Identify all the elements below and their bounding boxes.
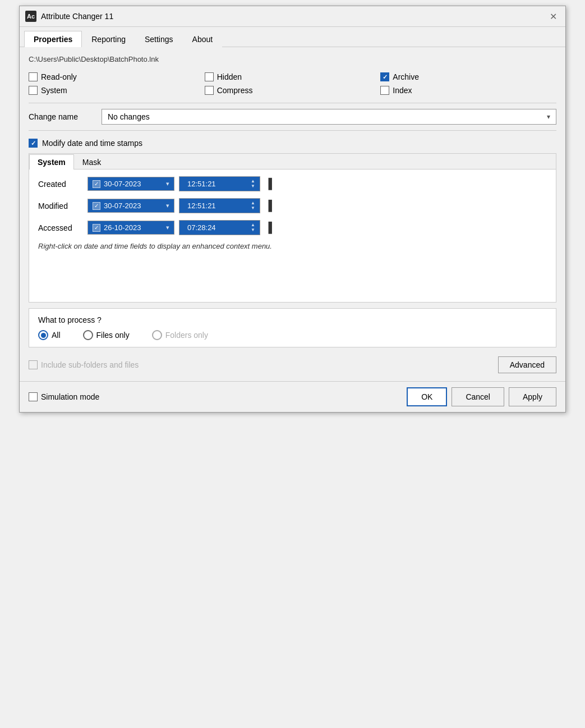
modify-date-label: Modify date and time stamps [42, 139, 142, 148]
radio-all[interactable]: All [38, 330, 61, 340]
checkbox-index[interactable] [380, 86, 389, 95]
created-date-picker[interactable]: 30-07-2023 ▾ [87, 177, 174, 191]
modify-date-row[interactable]: Modify date and time stamps [29, 139, 556, 148]
attr-hidden[interactable]: Hidden [205, 72, 381, 81]
spin-up-icon[interactable]: ▲ [251, 201, 255, 205]
accessed-date-picker[interactable]: 26-10-2023 ▾ [87, 221, 174, 235]
attr-readonly[interactable]: Read-only [29, 72, 205, 81]
radio-circle-folders[interactable] [152, 330, 162, 340]
attr-hidden-label: Hidden [217, 72, 242, 81]
checkbox-modified-date[interactable] [93, 202, 100, 210]
accessed-date-chevron-icon[interactable]: ▾ [166, 224, 169, 231]
checkbox-simulation[interactable] [29, 392, 38, 401]
divider-2 [29, 130, 556, 131]
attr-system-label: System [41, 86, 67, 95]
hint-text: Right-click on date and time fields to d… [38, 242, 547, 250]
modified-time-spinner[interactable]: ▲ ▼ [251, 201, 255, 210]
created-date-value: 30-07-2023 [104, 180, 163, 188]
chevron-down-icon: ▾ [547, 113, 550, 121]
radio-files-only[interactable]: Files only [83, 330, 130, 340]
datetime-modified-row: Modified 30-07-2023 ▾ 12:51:21 ▲ ▼ [38, 198, 547, 213]
attr-archive[interactable]: Archive [380, 72, 556, 81]
created-date-chevron-icon[interactable]: ▾ [166, 180, 169, 187]
accessed-marker-icon[interactable]: ▐ [265, 222, 272, 233]
simulation-mode-row: Simulation mode [29, 392, 99, 401]
radio-circle-files[interactable] [83, 330, 93, 340]
apply-button[interactable]: Apply [509, 387, 556, 406]
footer-buttons: OK Cancel Apply [407, 387, 556, 406]
file-path: C:\Users\Public\Desktop\BatchPhoto.lnk [29, 54, 556, 65]
tab-bar: Properties Reporting Settings About [20, 27, 565, 47]
sub-folders-label: Include sub-folders and files [41, 360, 139, 369]
accessed-time-value: 07:28:24 [187, 223, 247, 232]
tab-properties[interactable]: Properties [24, 31, 82, 47]
datetime-accessed-row: Accessed 26-10-2023 ▾ 07:28:24 ▲ ▼ [38, 220, 547, 235]
inner-tab-mask[interactable]: Mask [74, 154, 109, 170]
change-name-dropdown[interactable]: No changes ▾ [102, 109, 556, 125]
created-time-spinner[interactable]: ▲ ▼ [251, 179, 255, 189]
radio-files-label: Files only [96, 331, 130, 340]
radio-circle-all[interactable] [38, 330, 48, 340]
radio-all-label: All [52, 331, 61, 340]
modified-date-picker[interactable]: 30-07-2023 ▾ [87, 199, 174, 213]
attr-index[interactable]: Index [380, 86, 556, 95]
spin-down-icon[interactable]: ▼ [251, 206, 255, 210]
tab-about[interactable]: About [183, 31, 223, 47]
app-icon: Ac [25, 11, 36, 22]
spin-down-icon[interactable]: ▼ [251, 184, 255, 189]
inner-tab-system[interactable]: System [29, 154, 74, 170]
process-title: What to process ? [38, 315, 547, 324]
checkbox-readonly[interactable] [29, 72, 38, 81]
checkbox-accessed-date[interactable] [93, 224, 100, 232]
modified-date-value: 30-07-2023 [104, 202, 163, 210]
attributes-grid: Read-only Hidden Archive System Compress [29, 72, 556, 95]
modified-date-chevron-icon[interactable]: ▾ [166, 202, 169, 209]
attr-compress[interactable]: Compress [205, 86, 381, 95]
simulation-mode-label: Simulation mode [41, 392, 99, 401]
footer: Simulation mode OK Cancel Apply [20, 381, 565, 412]
modified-time-picker[interactable]: 12:51:21 ▲ ▼ [179, 198, 260, 213]
change-name-row: Change name No changes ▾ [29, 109, 556, 125]
title-bar: Ac Attribute Changer 11 ✕ [20, 6, 565, 27]
attr-system[interactable]: System [29, 86, 205, 95]
radio-folders-only[interactable]: Folders only [152, 330, 208, 340]
window-title: Attribute Changer 11 [41, 12, 113, 21]
checkbox-archive[interactable] [380, 72, 389, 81]
accessed-time-spinner[interactable]: ▲ ▼ [251, 223, 255, 232]
tab-reporting[interactable]: Reporting [82, 31, 135, 47]
tab-settings[interactable]: Settings [135, 31, 183, 47]
inner-tab-container: System Mask Created 30-07-2023 ▾ 12:51:2… [29, 153, 556, 303]
checkbox-system[interactable] [29, 86, 38, 95]
change-name-label: Change name [29, 112, 96, 121]
radio-folders-label: Folders only [165, 331, 208, 340]
created-time-picker[interactable]: 12:51:21 ▲ ▼ [179, 176, 260, 191]
close-button[interactable]: ✕ [546, 10, 560, 23]
ok-button[interactable]: OK [407, 387, 447, 406]
divider-1 [29, 103, 556, 103]
modified-marker-icon[interactable]: ▐ [265, 200, 272, 212]
spin-down-icon[interactable]: ▼ [251, 228, 255, 232]
checkbox-sub-folders [29, 360, 38, 369]
checkbox-compress[interactable] [205, 86, 214, 95]
cancel-button[interactable]: Cancel [452, 387, 504, 406]
sub-folders-row: Include sub-folders and files [29, 360, 139, 369]
main-content: C:\Users\Public\Desktop\BatchPhoto.lnk R… [20, 47, 565, 381]
attr-archive-label: Archive [393, 72, 419, 81]
inner-spacer [38, 250, 547, 295]
spin-up-icon[interactable]: ▲ [251, 179, 255, 184]
accessed-time-picker[interactable]: 07:28:24 ▲ ▼ [179, 220, 260, 235]
checkbox-created-date[interactable] [93, 180, 100, 188]
modified-time-value: 12:51:21 [187, 202, 247, 210]
checkbox-modify-date[interactable] [29, 139, 38, 148]
process-section: What to process ? All Files only Folders… [29, 308, 556, 347]
spin-up-icon[interactable]: ▲ [251, 223, 255, 227]
attr-index-label: Index [393, 86, 412, 95]
attr-readonly-label: Read-only [41, 72, 77, 81]
title-bar-left: Ac Attribute Changer 11 [25, 11, 113, 22]
created-marker-icon[interactable]: ▐ [265, 178, 272, 190]
checkbox-hidden[interactable] [205, 72, 214, 81]
created-label: Created [38, 180, 83, 189]
inner-tab-bar: System Mask [29, 154, 556, 170]
advanced-button[interactable]: Advanced [498, 356, 556, 373]
accessed-date-value: 26-10-2023 [104, 223, 163, 232]
